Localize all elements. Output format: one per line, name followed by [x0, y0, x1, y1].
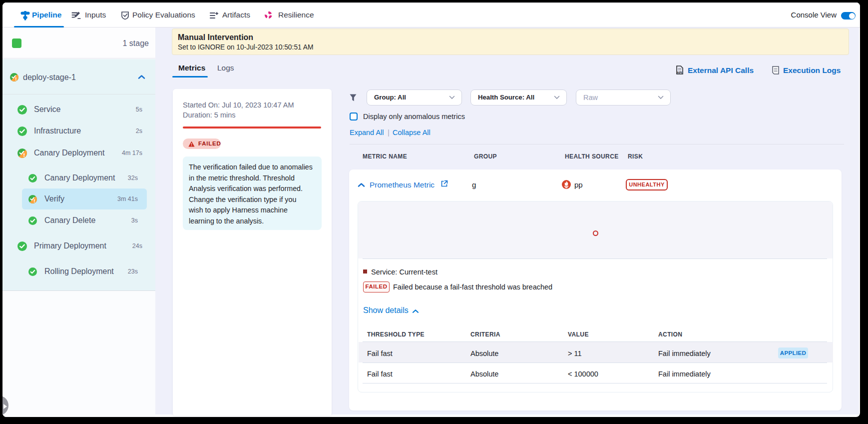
- svg-text:API: API: [677, 70, 682, 74]
